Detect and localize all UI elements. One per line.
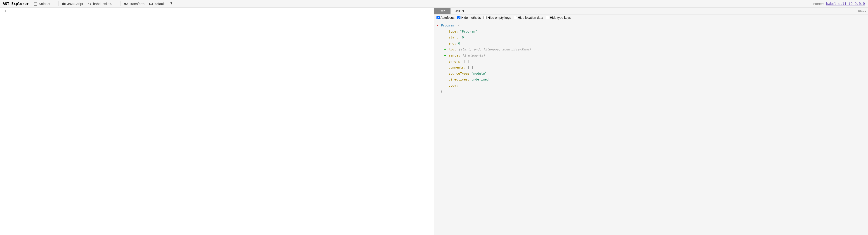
toolbar-separator bbox=[58, 1, 59, 6]
toolbar: AST Explorer Snippet ∞ JavaScript babel-… bbox=[0, 0, 868, 8]
prop-type[interactable]: type: "Program" bbox=[436, 29, 866, 35]
gear-icon[interactable] bbox=[115, 2, 119, 6]
parser-menu[interactable]: babel-eslint9 bbox=[86, 1, 114, 7]
toggle-icon bbox=[124, 2, 128, 6]
svg-rect-2 bbox=[55, 4, 55, 4]
parser-info-label: Parser: bbox=[813, 2, 824, 6]
line-number: 1 bbox=[0, 9, 6, 12]
code-icon bbox=[88, 2, 92, 6]
svg-point-6 bbox=[125, 3, 126, 4]
snippet-menu[interactable]: Snippet bbox=[32, 1, 52, 7]
prop-comments[interactable]: comments: [ ] bbox=[436, 64, 866, 70]
tabs-row: Tree JSON 817ms bbox=[434, 8, 868, 14]
app-title: AST Explorer bbox=[2, 2, 31, 6]
prop-directives[interactable]: directives: undefined bbox=[436, 77, 866, 83]
node-program[interactable]: - Program { bbox=[436, 22, 866, 29]
code-editor[interactable]: 1 bbox=[0, 8, 434, 235]
expand-icon[interactable]: + bbox=[444, 53, 447, 59]
snippet-label: Snippet bbox=[39, 2, 51, 6]
code-area[interactable] bbox=[8, 8, 434, 235]
prop-end[interactable]: end: 0 bbox=[436, 40, 866, 47]
prop-range[interactable]: + range: [2 elements] bbox=[436, 53, 866, 59]
prop-errors[interactable]: errors: [ ] bbox=[436, 59, 866, 65]
keyboard-icon bbox=[149, 2, 153, 6]
main: 1 Tree JSON 817ms Autofocus Hide methods… bbox=[0, 8, 868, 235]
save-icon[interactable] bbox=[53, 2, 57, 6]
parser-version-link[interactable]: babel-eslint9-9.0.0 bbox=[826, 2, 866, 6]
tab-tree[interactable]: Tree bbox=[434, 8, 451, 14]
transform-menu[interactable]: Transform bbox=[122, 1, 147, 7]
svg-rect-7 bbox=[150, 3, 153, 5]
output-panel: Tree JSON 817ms Autofocus Hide methods H… bbox=[434, 8, 868, 235]
checkbox-autofocus[interactable] bbox=[436, 16, 440, 19]
options-row: Autofocus Hide methods Hide empty keys H… bbox=[434, 14, 868, 21]
help-icon: ? bbox=[169, 2, 173, 6]
tab-json[interactable]: JSON bbox=[451, 8, 469, 14]
parser-label: babel-eslint9 bbox=[93, 2, 112, 6]
language-label: JavaScript bbox=[67, 2, 83, 6]
checkbox-hide-empty-keys[interactable] bbox=[484, 16, 487, 19]
checkbox-hide-location-data[interactable] bbox=[514, 16, 517, 19]
transform-label: Transform bbox=[129, 2, 145, 6]
parse-timing: 817ms bbox=[858, 10, 868, 12]
opt-hide-empty-keys[interactable]: Hide empty keys bbox=[484, 16, 511, 20]
collapse-icon[interactable]: - bbox=[436, 22, 439, 29]
ast-tree[interactable]: - Program { type: "Program" start: 0 end… bbox=[434, 21, 868, 235]
opt-hide-methods[interactable]: Hide methods bbox=[457, 16, 481, 20]
prop-body[interactable]: body: [ ] bbox=[436, 83, 866, 89]
help-button[interactable]: ? bbox=[167, 1, 175, 7]
opt-hide-type-keys[interactable]: Hide type keys bbox=[546, 16, 571, 20]
expand-icon[interactable]: + bbox=[444, 47, 447, 53]
prop-sourcetype[interactable]: sourceType: "module" bbox=[436, 70, 866, 77]
opt-hide-location-data[interactable]: Hide location data bbox=[514, 16, 543, 20]
prop-loc[interactable]: + loc: {start, end, filename, identifier… bbox=[436, 47, 866, 53]
code-file-icon bbox=[33, 2, 37, 6]
keymap-label: default bbox=[154, 2, 164, 6]
prop-start[interactable]: start: 0 bbox=[436, 34, 866, 40]
language-menu[interactable]: ∞ JavaScript bbox=[60, 1, 85, 7]
opt-autofocus[interactable]: Autofocus bbox=[436, 16, 455, 20]
svg-text:∞: ∞ bbox=[64, 3, 64, 4]
cloud-icon: ∞ bbox=[62, 2, 66, 6]
keymap-menu[interactable]: default bbox=[147, 1, 166, 7]
node-program-close: } bbox=[436, 89, 866, 95]
checkbox-hide-type-keys[interactable] bbox=[546, 16, 549, 19]
checkbox-hide-methods[interactable] bbox=[457, 16, 460, 19]
editor-gutter: 1 bbox=[0, 8, 8, 235]
